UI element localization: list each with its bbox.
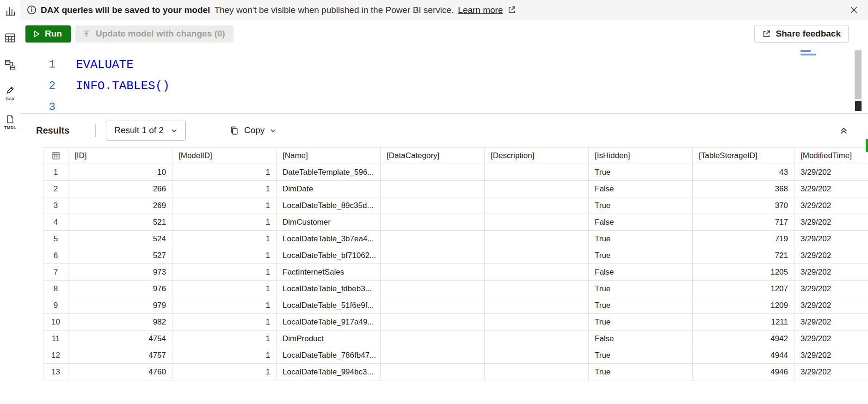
- cell[interactable]: 524: [68, 231, 172, 247]
- cell[interactable]: DimProduct: [277, 331, 381, 347]
- scrollbar-grip[interactable]: [855, 101, 862, 111]
- cell[interactable]: True: [589, 347, 693, 364]
- cell[interactable]: 3/29/202: [794, 347, 868, 364]
- cell[interactable]: [485, 247, 589, 264]
- cell[interactable]: LocalDateTable_3b7ea4...: [277, 231, 381, 247]
- learn-more-link[interactable]: Learn more: [458, 5, 503, 15]
- cell[interactable]: [485, 214, 589, 231]
- cell[interactable]: 979: [68, 297, 172, 314]
- cell[interactable]: [381, 164, 485, 181]
- cell[interactable]: True: [589, 247, 693, 264]
- cell[interactable]: 1205: [693, 264, 794, 281]
- cell[interactable]: 4760: [68, 364, 172, 380]
- report-view-button[interactable]: [4, 5, 16, 18]
- cell[interactable]: [381, 197, 485, 214]
- cell[interactable]: True: [589, 281, 693, 297]
- table-row[interactable]: 79731FactInternetSalesFalse12053/29/202: [43, 264, 868, 281]
- cell[interactable]: 3/29/202: [794, 197, 868, 214]
- cell[interactable]: DimCustomer: [277, 214, 381, 231]
- cell[interactable]: LocalDateTable_786fb47...: [277, 347, 381, 364]
- cell[interactable]: FactInternetSales: [277, 264, 381, 281]
- cell[interactable]: 1: [172, 314, 277, 331]
- cell[interactable]: LocalDateTable_89c35d...: [277, 197, 381, 214]
- cell[interactable]: 3/29/202: [794, 281, 868, 297]
- cell[interactable]: True: [589, 364, 693, 380]
- column-header[interactable]: [Description]: [485, 148, 589, 164]
- cell[interactable]: LocalDateTable_917a49...: [277, 314, 381, 331]
- dax-query-view-button[interactable]: DAX: [6, 86, 15, 101]
- column-header[interactable]: [IsHidden]: [589, 148, 693, 164]
- cell[interactable]: 1: [172, 281, 277, 297]
- cell[interactable]: 1: [172, 197, 277, 214]
- cell[interactable]: True: [589, 297, 693, 314]
- cell[interactable]: 717: [693, 214, 794, 231]
- cell[interactable]: 3/29/202: [794, 264, 868, 281]
- collapse-results-button[interactable]: [839, 126, 849, 135]
- cell[interactable]: 3/29/202: [794, 247, 868, 264]
- table-row[interactable]: 55241LocalDateTable_3b7ea4...True7193/29…: [43, 231, 868, 247]
- cell[interactable]: 4946: [693, 364, 794, 380]
- cell[interactable]: True: [589, 197, 693, 214]
- cell[interactable]: 370: [693, 197, 794, 214]
- table-row[interactable]: 65271LocalDateTable_bf71062...True7213/2…: [43, 247, 868, 264]
- table-row[interactable]: 1101DateTableTemplate_596...True433/29/2…: [43, 164, 868, 181]
- scrollbar-thumb[interactable]: [855, 50, 862, 99]
- cell[interactable]: False: [589, 331, 693, 347]
- cell[interactable]: LocalDateTable_bf71062...: [277, 247, 381, 264]
- cell[interactable]: [485, 297, 589, 314]
- cell[interactable]: True: [589, 231, 693, 247]
- cell[interactable]: [485, 314, 589, 331]
- cell[interactable]: 1: [172, 231, 277, 247]
- cell[interactable]: [485, 181, 589, 197]
- cell[interactable]: 973: [68, 264, 172, 281]
- cell[interactable]: [381, 297, 485, 314]
- cell[interactable]: 269: [68, 197, 172, 214]
- cell[interactable]: 266: [68, 181, 172, 197]
- cell[interactable]: False: [589, 264, 693, 281]
- cell[interactable]: 976: [68, 281, 172, 297]
- share-feedback-button[interactable]: Share feedback: [754, 25, 849, 43]
- cell[interactable]: [381, 264, 485, 281]
- cell[interactable]: 521: [68, 214, 172, 231]
- cell[interactable]: 3/29/202: [794, 181, 868, 197]
- cell[interactable]: 3/29/202: [794, 231, 868, 247]
- cell[interactable]: 3/29/202: [794, 297, 868, 314]
- cell[interactable]: DimDate: [277, 181, 381, 197]
- cell[interactable]: 3/29/202: [794, 364, 868, 380]
- cell[interactable]: 1: [172, 181, 277, 197]
- cell[interactable]: 1: [172, 247, 277, 264]
- cell[interactable]: [381, 214, 485, 231]
- cell[interactable]: [381, 231, 485, 247]
- code-text[interactable]: EVALUATE: [55, 54, 134, 75]
- cell[interactable]: 3/29/202: [794, 164, 868, 181]
- table-row[interactable]: 89761LocalDateTable_fdbeb3...True12073/2…: [43, 281, 868, 297]
- cell[interactable]: 982: [68, 314, 172, 331]
- table-row[interactable]: 22661DimDateFalse3683/29/202: [43, 181, 868, 197]
- cell[interactable]: 3/29/202: [794, 331, 868, 347]
- cell[interactable]: 1: [172, 331, 277, 347]
- copy-button[interactable]: Copy: [229, 125, 277, 135]
- cell[interactable]: 1: [172, 347, 277, 364]
- cell[interactable]: 1209: [693, 297, 794, 314]
- cell[interactable]: [485, 164, 589, 181]
- cell[interactable]: 1207: [693, 281, 794, 297]
- table-row[interactable]: 1247571LocalDateTable_786fb47...True4944…: [43, 347, 868, 364]
- code-text[interactable]: INFO.TABLES(): [55, 75, 170, 97]
- cell[interactable]: 527: [68, 247, 172, 264]
- column-header[interactable]: [Name]: [277, 148, 381, 164]
- cell[interactable]: 10: [68, 164, 172, 181]
- column-header[interactable]: [ModelID]: [172, 148, 277, 164]
- cell[interactable]: 719: [693, 231, 794, 247]
- table-view-button[interactable]: [4, 32, 16, 45]
- cell[interactable]: [485, 331, 589, 347]
- table-row[interactable]: 99791LocalDateTable_51f6e9f...True12093/…: [43, 297, 868, 314]
- code-text[interactable]: [55, 97, 76, 114]
- cell[interactable]: [485, 364, 589, 380]
- editor-scrollbar[interactable]: [854, 49, 862, 112]
- editor-line[interactable]: 1EVALUATE: [20, 54, 868, 75]
- result-selector-dropdown[interactable]: Result 1 of 2: [106, 121, 186, 141]
- column-header[interactable]: [TableStorageID]: [693, 148, 794, 164]
- cell[interactable]: 368: [693, 181, 794, 197]
- cell[interactable]: False: [589, 214, 693, 231]
- cell[interactable]: 3/29/202: [794, 314, 868, 331]
